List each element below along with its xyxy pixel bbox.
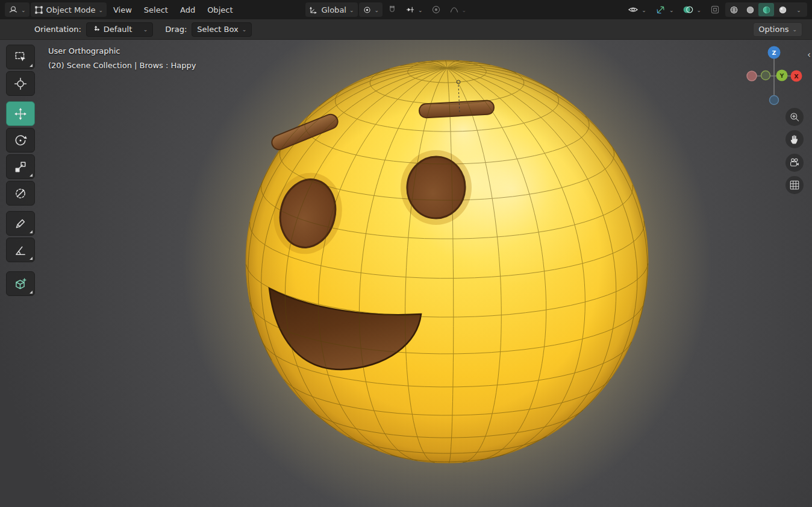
viewport-canvas[interactable] <box>0 40 812 507</box>
tool-select-box[interactable] <box>6 45 35 69</box>
drag-select-value: Select Box <box>197 25 238 34</box>
solid-sphere-icon <box>746 5 755 14</box>
tool-rotate[interactable] <box>6 128 35 153</box>
gizmo-axis-neg-z[interactable] <box>770 96 779 105</box>
tool-transform[interactable] <box>6 181 35 206</box>
scale-icon <box>14 160 27 174</box>
chevron-down-icon: ⌄ <box>792 27 797 33</box>
camera-view-button[interactable] <box>785 154 804 172</box>
shading-solid-button[interactable] <box>742 3 758 16</box>
chevron-down-icon: ⌄ <box>462 8 467 13</box>
proportional-circle-icon <box>431 5 441 14</box>
viewport-3d: User Orthographic (20) Scene Collection … <box>0 40 812 507</box>
subtool-indicator <box>30 174 33 177</box>
tool-settings-bar: Orientation: Default ⌄ Drag: Select Box … <box>0 19 812 40</box>
chevron-down-icon: ⌄ <box>242 27 247 33</box>
show-gizmo-dropdown[interactable]: ⌄ <box>652 2 678 17</box>
snap-toggle-button[interactable] <box>384 2 401 17</box>
xray-icon <box>710 5 720 14</box>
header-bar: ⌄ Object Mode ⌄ View Select Add Object G… <box>0 0 812 19</box>
xray-toggle-button[interactable] <box>707 2 723 17</box>
wireframe-sphere-icon <box>729 5 739 14</box>
pivot-point-dropdown[interactable]: ⌄ <box>359 2 383 17</box>
proportional-falloff-dropdown[interactable]: ⌄ <box>446 2 470 17</box>
subtool-indicator <box>30 230 33 233</box>
subtool-indicator <box>30 64 33 67</box>
viewport-shading-group: ⌄ <box>725 2 807 17</box>
pivot-icon <box>363 5 372 14</box>
tool-scale[interactable] <box>6 154 35 179</box>
subtool-indicator <box>30 291 33 294</box>
sidebar-toggle-chevron[interactable]: ‹ <box>807 49 811 60</box>
drag-select[interactable]: Select Box ⌄ <box>192 22 252 37</box>
chevron-down-icon: ⌄ <box>143 27 148 33</box>
material-sphere-icon <box>762 5 771 14</box>
toggle-ortho-button[interactable] <box>785 176 804 194</box>
tool-measure[interactable] <box>6 238 35 262</box>
rendered-sphere-icon <box>778 5 787 14</box>
proportional-editing-button[interactable] <box>428 2 445 17</box>
transform-orientation-dropdown[interactable]: Global ⌄ <box>305 2 357 17</box>
select-box-icon <box>14 51 27 64</box>
editor-type-icon <box>8 5 18 14</box>
overlays-dropdown[interactable]: ⌄ <box>679 2 705 17</box>
options-dropdown[interactable]: Options ⌄ <box>753 22 802 37</box>
orientation-icon <box>309 5 318 14</box>
cursor-icon <box>14 77 27 90</box>
chevron-down-icon: ⌄ <box>98 8 103 13</box>
chevron-down-icon: ⌄ <box>418 8 423 13</box>
hand-icon <box>789 134 800 145</box>
rotate-icon <box>14 134 27 147</box>
menu-add[interactable]: Add <box>175 2 201 17</box>
eye-icon <box>628 5 639 14</box>
zoom-icon <box>789 112 800 122</box>
tool-cursor[interactable] <box>6 71 35 96</box>
navigation-gizmo[interactable]: Y X Z <box>741 45 807 112</box>
object-mode-icon <box>34 5 43 14</box>
shading-wireframe-button[interactable] <box>726 3 742 16</box>
chevron-down-icon: ⌄ <box>375 8 379 13</box>
gizmo-z-label: Z <box>772 49 776 56</box>
shading-rendered-button[interactable] <box>775 3 790 16</box>
annotate-pen-icon <box>14 217 27 230</box>
transform-icon <box>14 187 27 200</box>
chevron-down-icon: ⌄ <box>642 8 646 13</box>
tool-shelf <box>6 45 35 300</box>
menu-select[interactable]: Select <box>139 2 173 17</box>
add-cube-icon <box>14 277 27 291</box>
move-icon <box>14 107 27 121</box>
chevron-down-icon: ⌄ <box>669 8 674 13</box>
chevron-down-icon: ⌄ <box>696 8 701 13</box>
gizmo-axis-neg-y[interactable] <box>761 71 770 80</box>
mode-dropdown[interactable]: Object Mode ⌄ <box>31 2 107 17</box>
orientation-value: Global <box>321 5 346 14</box>
menu-object[interactable]: Object <box>202 2 238 17</box>
pan-button[interactable] <box>785 130 804 148</box>
object-visibility-dropdown[interactable]: ⌄ <box>624 2 650 17</box>
zoom-button[interactable] <box>785 108 804 126</box>
chevron-down-icon: ⌄ <box>796 8 801 13</box>
gizmo-axis-neg-x[interactable] <box>747 71 757 81</box>
subtool-indicator <box>30 257 33 260</box>
grid-icon <box>789 180 800 191</box>
gizmo-x-label: X <box>794 73 799 80</box>
tool-add-cube[interactable] <box>6 271 35 296</box>
falloff-curve-icon <box>449 5 459 14</box>
shading-options-dropdown[interactable]: ⌄ <box>791 3 807 16</box>
editor-type-button[interactable]: ⌄ <box>5 2 30 17</box>
snap-target-dropdown[interactable]: ⌄ <box>402 2 426 17</box>
orientation-select[interactable]: Default ⌄ <box>86 22 154 37</box>
emoji-sphere[interactable] <box>246 60 648 463</box>
gizmo-y-label: Y <box>779 72 784 79</box>
drag-label: Drag: <box>165 25 187 34</box>
menu-view[interactable]: View <box>108 2 137 17</box>
chevron-down-icon: ⌄ <box>349 8 354 13</box>
magnet-icon <box>387 5 397 14</box>
shading-material-button[interactable] <box>758 3 774 16</box>
tool-annotate[interactable] <box>6 211 35 236</box>
overlays-icon <box>682 4 693 15</box>
options-label: Options <box>758 25 789 34</box>
axis-icon <box>92 25 100 34</box>
mode-label: Object Mode <box>46 5 96 14</box>
tool-move[interactable] <box>6 101 35 126</box>
